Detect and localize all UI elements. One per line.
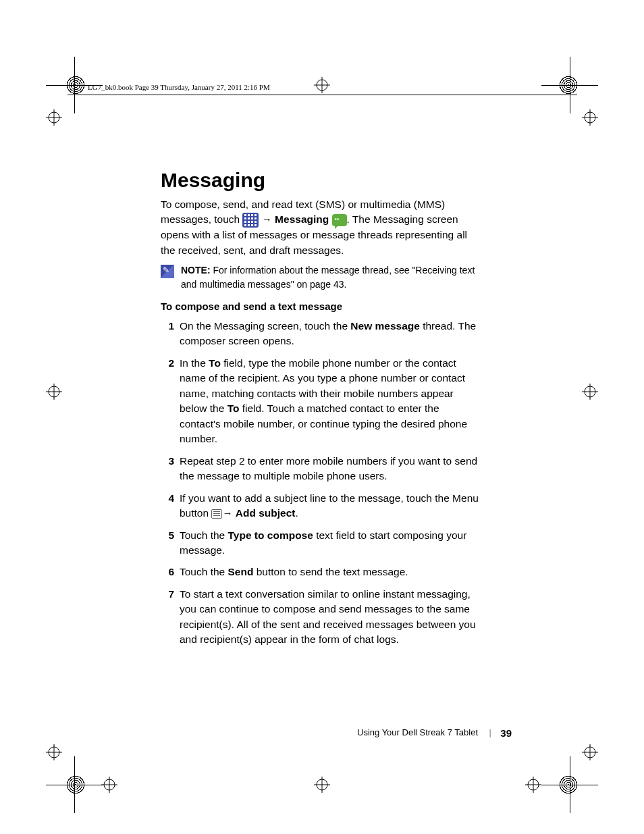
crop-line — [74, 756, 75, 813]
arrow-icon: → — [222, 507, 232, 519]
crosshair-icon — [46, 744, 62, 760]
step-text: button to send the text message. — [253, 566, 408, 577]
step-text: To start a text conversation similar to … — [180, 588, 476, 645]
step-3: Repeat step 2 to enter more mobile numbe… — [161, 454, 481, 484]
crop-line — [570, 57, 570, 113]
page-content: Messaging To compose, send, and read tex… — [161, 169, 481, 654]
messaging-label: Messaging — [275, 213, 329, 225]
footer-section-title: Using Your Dell Streak 7 Tablet — [357, 727, 478, 737]
note-icon — [161, 265, 174, 278]
messaging-app-icon: •• — [332, 214, 347, 226]
crop-line — [74, 57, 75, 113]
send-label: Send — [228, 566, 254, 577]
step-2: In the To field, type the mobile phone n… — [161, 356, 481, 447]
add-subject-label: Add subject — [236, 507, 296, 519]
intro-paragraph: To compose, send, and read text (SMS) or… — [161, 197, 481, 258]
crosshair-icon — [46, 109, 62, 126]
to-field-label: To — [209, 357, 221, 369]
crosshair-icon — [314, 77, 330, 93]
print-header-text: LG7_bk0.book Page 39 Thursday, January 2… — [88, 83, 270, 91]
crosshair-icon — [582, 384, 598, 400]
menu-button-icon — [211, 509, 222, 519]
crosshair-icon — [582, 109, 598, 126]
step-text: Touch the — [180, 529, 228, 541]
step-text: On the Messaging screen, touch the — [180, 320, 350, 332]
page-number: 39 — [500, 727, 512, 739]
note-block: NOTE: For information about the message … — [161, 263, 481, 291]
crosshair-icon — [582, 744, 598, 760]
step-5: Touch the Type to compose text field to … — [161, 528, 481, 558]
step-1: On the Messaging screen, touch the New m… — [161, 319, 481, 349]
crosshair-icon — [101, 777, 117, 793]
footer-separator: | — [489, 727, 491, 737]
crop-line — [570, 756, 570, 813]
step-text: Touch the — [180, 566, 228, 577]
crosshair-icon — [46, 384, 62, 400]
header-rule — [68, 95, 577, 95]
crosshair-icon — [314, 777, 330, 793]
apps-grid-icon — [242, 213, 259, 228]
note-text: NOTE: For information about the message … — [181, 263, 481, 291]
crosshair-icon — [525, 777, 541, 793]
arrow-icon: → — [262, 213, 272, 225]
note-label: NOTE: — [181, 265, 211, 276]
type-to-compose-label: Type to compose — [228, 529, 313, 541]
step-text: Repeat step 2 to enter more mobile numbe… — [180, 455, 477, 481]
page-title: Messaging — [161, 169, 481, 192]
step-6: Touch the Send button to send the text m… — [161, 565, 481, 579]
step-text: In the — [180, 357, 209, 369]
steps-list: On the Messaging screen, touch the New m… — [161, 319, 481, 648]
note-body: For information about the message thread… — [181, 265, 475, 289]
section-subheading: To compose and send a text message — [161, 301, 481, 312]
step-4: If you want to add a subject line to the… — [161, 491, 481, 521]
page: LG7_bk0.book Page 39 Thursday, January 2… — [0, 0, 644, 834]
step-text: . — [295, 507, 298, 519]
new-message-label: New message — [350, 320, 420, 332]
to-field-label: To — [227, 402, 240, 414]
step-7: To start a text conversation similar to … — [161, 587, 481, 648]
